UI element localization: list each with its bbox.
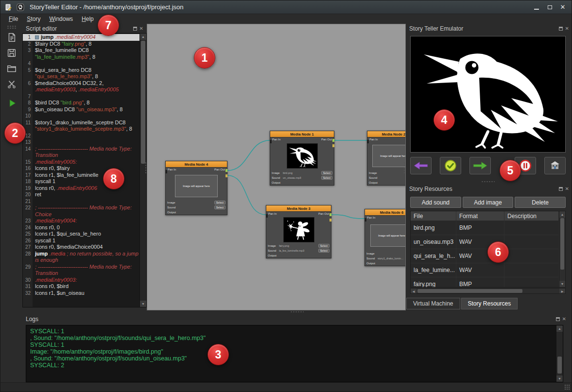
output-port-2[interactable] [332, 144, 334, 147]
script-lines[interactable]: 1jump .mediaEntry00042$fairy DC8 "fairy.… [23, 34, 139, 307]
minimize-button[interactable] [531, 2, 542, 12]
splitter-right[interactable] [403, 162, 405, 174]
edge-0[interactable] [227, 140, 270, 170]
script-line-2[interactable]: 2$fairy DC8 "fairy.png", 8 [23, 41, 139, 48]
script-line-23[interactable]: 23.mediaEntry0004: [23, 218, 139, 224]
hscrollbar-thumb[interactable] [417, 289, 522, 293]
script-line-19[interactable]: 19lcons r0, .mediaEntry0006 [23, 185, 139, 192]
output-port[interactable] [332, 139, 334, 142]
undock-icon[interactable] [556, 317, 560, 321]
table-row[interactable]: bird.pngBMP [411, 221, 559, 235]
output-port[interactable] [225, 169, 227, 172]
script-line-6[interactable]: 6$mediaChoice0004 DC32, 2, .mediaEntry00… [23, 80, 139, 93]
node-title[interactable]: Media Node 6 [365, 209, 406, 216]
script-line-28[interactable]: 28jump .media ; no return possible, so a… [23, 251, 139, 264]
script-line-16[interactable]: 16lcons r0, $fairy [23, 165, 139, 172]
scrollbar-thumb[interactable] [560, 218, 564, 270]
table-row[interactable]: la_fee_lumine...WAV [411, 263, 559, 277]
script-editor[interactable]: 1jump .mediaEntry00042$fairy DC8 "fairy.… [22, 33, 147, 307]
table-row[interactable]: fairy.pngBMP [411, 277, 559, 288]
select-button[interactable]: Select [214, 205, 225, 209]
table-hscrollbar[interactable]: ◀ ▶ [410, 288, 566, 294]
column-description[interactable]: Description [504, 211, 559, 221]
node-title[interactable]: Media Node 2 [367, 131, 406, 137]
script-line-25[interactable]: 25lcons r1, $qui_sera_le_hero [23, 231, 139, 238]
tab-story-resources[interactable]: Story Resources [461, 298, 518, 309]
splitter-bottom[interactable] [290, 311, 304, 313]
node-media-node-1[interactable]: Media Node 1Pan InPan OutImagebird.pngSe… [270, 131, 334, 186]
titlebar[interactable]: StoryTeller Editor - /home/anthony/ostpr… [0, 0, 572, 14]
table-row[interactable]: un_oiseau.mp3WAV [411, 235, 559, 249]
home-button[interactable] [544, 157, 566, 174]
output-port[interactable] [329, 213, 331, 216]
select-button[interactable]: Select [321, 176, 332, 180]
input-port[interactable] [266, 214, 268, 218]
edge-3[interactable] [331, 215, 364, 219]
select-button[interactable]: Select [321, 171, 332, 175]
edge-1[interactable] [227, 175, 266, 215]
node-media-node-6[interactable]: Media Node 6Pan InPan OutImage will appe… [364, 209, 406, 266]
menu-windows[interactable]: Windows [45, 15, 77, 23]
node-title[interactable]: Media Node 4 [166, 161, 227, 168]
logs-scrollbar[interactable]: ▲ ▼ [556, 325, 563, 382]
output-port-2[interactable] [329, 219, 331, 222]
input-port[interactable] [364, 218, 366, 222]
script-line-22[interactable]: 22; ---------------------------- Media n… [23, 205, 139, 218]
scrollbar-thumb[interactable] [557, 357, 562, 374]
script-line-12[interactable]: 12 [23, 133, 139, 139]
next-button[interactable] [469, 157, 491, 174]
select-button[interactable]: Select [318, 249, 329, 253]
script-line-7[interactable]: 7 [23, 93, 139, 100]
script-line-27[interactable]: 27lcons r0, $mediaChoice0004 [23, 244, 139, 251]
menu-file[interactable]: File [4, 15, 22, 23]
scroll-up-icon[interactable]: ▲ [559, 211, 565, 218]
scroll-up-icon[interactable]: ▲ [140, 34, 146, 40]
script-line-10[interactable]: 10 [23, 113, 139, 119]
delete-button[interactable]: Delete [515, 197, 566, 208]
select-button[interactable]: Select [318, 244, 329, 248]
script-line-32[interactable]: 32lcons r1, $un_oiseau [23, 290, 139, 297]
close-panel-icon[interactable]: ✕ [565, 27, 569, 31]
node-title[interactable]: Media Node 3 [266, 205, 331, 212]
scroll-down-icon[interactable]: ▼ [556, 375, 563, 382]
node-media-node-4[interactable]: Media Node 4Pan InPan OutImage will appe… [165, 161, 227, 215]
emulator-splitter[interactable] [481, 181, 495, 183]
script-line-1[interactable]: 1jump .mediaEntry0004 [23, 34, 139, 41]
input-port[interactable] [165, 170, 167, 173]
window-menu-icon[interactable] [3, 2, 13, 12]
scrollbar-thumb[interactable] [141, 41, 145, 164]
input-port[interactable] [367, 140, 369, 143]
scroll-left-icon[interactable]: ◀ [411, 289, 416, 293]
menu-story[interactable]: Story [22, 15, 45, 23]
node-canvas[interactable]: Media Node 4Pan InPan OutImage will appe… [147, 24, 406, 310]
undock-icon[interactable] [559, 187, 563, 191]
new-script-button[interactable] [5, 31, 18, 44]
back-button[interactable] [410, 157, 432, 174]
column-file[interactable]: File [411, 211, 456, 221]
cut-button[interactable] [5, 77, 18, 90]
column-format[interactable]: Format [456, 211, 504, 221]
node-media-node-3[interactable]: Media Node 3Pan InPan OutImagefairy.pngS… [266, 205, 331, 258]
script-line-30[interactable]: 30.mediaEntry0003: [23, 277, 139, 284]
script-line-8[interactable]: 8$bird DC8 "bird.png", 8 [23, 100, 139, 106]
add-sound-button[interactable]: Add sound [410, 197, 461, 208]
scroll-down-icon[interactable]: ▼ [140, 301, 146, 307]
output-port-2[interactable] [225, 174, 227, 177]
scroll-up-icon[interactable]: ▲ [556, 325, 563, 332]
script-line-3[interactable]: 3$la_fee_luminelle DC8 "la_fee_luminelle… [23, 47, 139, 60]
statusbar[interactable] [0, 382, 572, 392]
scroll-down-icon[interactable]: ▼ [559, 281, 565, 287]
add-image-button[interactable]: Add image [463, 197, 514, 208]
table-row[interactable]: qui_sera_le_h...WAV [411, 249, 559, 263]
run-button[interactable] [5, 96, 18, 109]
node-media-node-2[interactable]: Media Node 2Pan InPan OutImage will appe… [367, 131, 406, 186]
table-scrollbar[interactable]: ▲ ▼ [559, 211, 565, 287]
script-line-11[interactable]: 11$story1_drako_luminelle_sceptre DC8 "s… [23, 119, 139, 133]
maximize-button[interactable] [544, 2, 555, 12]
undock-icon[interactable] [559, 27, 563, 31]
splitter-left[interactable] [145, 162, 147, 174]
close-panel-icon[interactable]: ✕ [562, 317, 566, 321]
logs-console[interactable]: SYSCALL: 1, Sound: "/home/anthony/ostpro… [26, 325, 563, 382]
node-title[interactable]: Media Node 1 [270, 131, 334, 137]
script-line-29[interactable]: 29; ---------------------------- Media n… [23, 264, 139, 277]
